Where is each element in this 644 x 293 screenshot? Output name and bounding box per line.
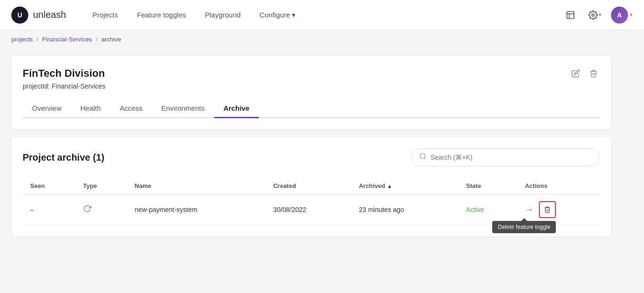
delete-project-button[interactable]	[587, 67, 600, 82]
state-badge: Active	[466, 206, 484, 213]
table-body: – new-payment-system 30/08/2022 23 minut…	[23, 195, 600, 225]
delete-toggle-wrapper: Delete feature toggle	[539, 201, 556, 218]
breadcrumb-projects[interactable]: projects	[11, 36, 33, 43]
cell-type	[75, 195, 127, 225]
cell-state: Active	[459, 195, 518, 225]
cell-name: new-payment-system	[127, 195, 266, 225]
nav-playground[interactable]: Playground	[197, 7, 248, 23]
archive-title: Project archive (1)	[23, 152, 104, 163]
project-card-header: FinTech Division projectId: Financial-Se…	[23, 67, 600, 90]
cell-archived: 23 minutes ago	[351, 195, 458, 225]
table-header: Seen Type Name Created Archived ▲ State …	[23, 178, 600, 195]
navbar: U unleash Projects Feature toggles Playg…	[0, 0, 644, 30]
settings-chevron-icon: ▾	[599, 12, 602, 18]
project-card: FinTech Division projectId: Financial-Se…	[11, 56, 611, 130]
brand-link[interactable]: U unleash	[11, 7, 66, 24]
brand-name: unleash	[33, 9, 66, 20]
col-state: State	[459, 178, 518, 195]
breadcrumb-sep-1: /	[37, 36, 39, 43]
archive-card: Project archive (1) Seen Type Name Creat…	[11, 137, 611, 236]
tab-archive[interactable]: Archive	[214, 99, 259, 118]
col-type: Type	[75, 178, 127, 195]
delete-toggle-button[interactable]	[539, 201, 556, 218]
svg-line-5	[424, 158, 426, 159]
user-chevron-icon: ▾	[630, 12, 633, 18]
user-avatar: A	[611, 7, 628, 24]
search-input[interactable]	[430, 154, 592, 161]
project-tabs: Overview Health Access Environments Arch…	[23, 99, 600, 118]
nav-links: Projects Feature toggles Playground Conf…	[85, 7, 562, 23]
refresh-icon	[83, 206, 91, 214]
table-row: – new-payment-system 30/08/2022 23 minut…	[23, 195, 600, 225]
breadcrumb-current: archive	[101, 36, 121, 43]
sort-icon: ▲	[387, 183, 392, 189]
delete-tooltip: Delete feature toggle	[492, 221, 556, 233]
cell-created: 30/08/2022	[265, 195, 351, 225]
project-title: FinTech Division	[23, 67, 106, 80]
settings-button[interactable]: ▾	[586, 7, 603, 24]
search-icon	[419, 153, 427, 162]
project-id: projectId: Financial-Services	[23, 82, 106, 90]
nav-feature-toggles[interactable]: Feature toggles	[129, 7, 193, 23]
cell-seen: –	[23, 195, 75, 225]
project-actions	[570, 67, 600, 82]
breadcrumb: projects / Financial-Services / archive	[0, 30, 644, 49]
edit-project-button[interactable]	[570, 67, 582, 82]
col-seen: Seen	[23, 178, 75, 195]
project-info: FinTech Division projectId: Financial-Se…	[23, 67, 106, 90]
breadcrumb-sep-2: /	[96, 36, 98, 43]
tab-environments[interactable]: Environments	[152, 99, 214, 118]
breadcrumb-project[interactable]: Financial-Services	[42, 36, 92, 43]
tab-overview[interactable]: Overview	[23, 99, 71, 118]
col-created: Created	[265, 178, 351, 195]
navbar-right: ▾ A ▾	[562, 7, 633, 24]
col-actions: Actions	[517, 178, 600, 195]
actions-cell: → Delete feature toggle	[525, 201, 592, 218]
nav-projects[interactable]: Projects	[85, 7, 125, 23]
cell-actions: → Delete feature toggle	[517, 195, 600, 225]
arrow-right-icon: →	[525, 205, 533, 215]
chevron-down-icon: ▾	[292, 11, 296, 19]
user-menu[interactable]: A ▾	[611, 7, 633, 24]
col-archived: Archived ▲	[351, 178, 458, 195]
tab-health[interactable]: Health	[71, 99, 110, 118]
brand-logo: U	[11, 7, 28, 24]
nav-configure[interactable]: Configure ▾	[252, 7, 303, 23]
svg-point-4	[420, 154, 425, 159]
svg-point-3	[592, 14, 594, 16]
docs-icon[interactable]	[562, 7, 579, 24]
archive-header: Project archive (1)	[23, 148, 600, 166]
svg-rect-0	[567, 11, 574, 18]
col-name: Name	[127, 178, 266, 195]
main-content: FinTech Division projectId: Financial-Se…	[0, 49, 622, 244]
search-box	[411, 148, 600, 166]
archive-table: Seen Type Name Created Archived ▲ State …	[23, 178, 600, 225]
tab-access[interactable]: Access	[110, 99, 152, 118]
